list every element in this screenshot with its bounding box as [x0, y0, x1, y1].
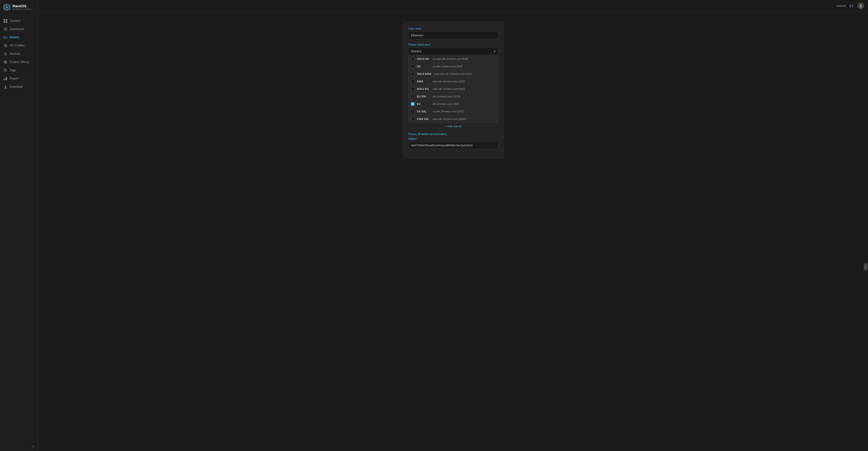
topbar-username: oneevil [836, 4, 845, 7]
grid-icon [3, 19, 7, 23]
chart-icon [3, 27, 7, 31]
pool-item-eu-ssl[interactable]: EU SSLeth.2miners.com:12020 [409, 93, 498, 100]
pool-checkbox-solo-us[interactable] [411, 57, 414, 61]
sidebar-item-download[interactable]: Download [0, 83, 38, 91]
pool-region-asia: ASIA [417, 80, 430, 83]
svg-point-11 [5, 62, 6, 63]
svg-rect-5 [4, 21, 5, 23]
sidebar-collapse-button[interactable] [0, 442, 38, 451]
sidebar-label-oc-profiles: OC Profiles [10, 44, 25, 47]
pool-item-us[interactable]: USus-eth.2miners.com:2020 [409, 63, 498, 70]
pool-checkbox-solo-eu[interactable] [411, 87, 414, 91]
app-tagline: By Miners. For Miners [12, 8, 31, 10]
pool-url-us: us-eth.2miners.com:2020 [433, 65, 463, 68]
sidebar-item-oc-profiles[interactable]: OC Profiles [0, 41, 38, 50]
pool-select-wrapper: 2miners ethermine f2pool nanopool ▼ [408, 48, 498, 55]
sidebar-item-tags[interactable]: Tags [0, 66, 38, 74]
svg-rect-13 [4, 79, 5, 80]
pool-checkbox-us[interactable] [411, 65, 414, 68]
pool-checkbox-asia-ssl[interactable] [411, 117, 414, 121]
pool-select[interactable]: 2miners ethermine f2pool nanopool [408, 48, 498, 55]
svg-rect-15 [6, 77, 7, 80]
pool-item-solo-us[interactable]: SOLO USus-solo-eth.2miners.com:6060 [409, 55, 498, 63]
sidebar-label-custom-mining: Custom Mining [10, 60, 29, 64]
sidebar-label-download: Download [10, 85, 23, 88]
pool-checkbox-eu[interactable] [411, 102, 414, 106]
pool-url-us-ssl: us-eth.2miners.com:12020 [433, 110, 464, 113]
sidebar-label-dashboard: Dashboard [10, 27, 24, 31]
coin-name-label: Coin name [408, 27, 498, 30]
tag-icon [3, 68, 7, 72]
main-content: Coin name Please select pool: 2miners et… [39, 11, 868, 451]
pool-item-solo-asia[interactable]: SOLO ASIAasia-solo-eth.2miners.com:6060 [409, 70, 498, 78]
pool-checkbox-us-ssl[interactable] [411, 110, 414, 113]
sidebar-label-wallets: Wallets [10, 36, 19, 39]
pool-region-eu-ssl: EU SSL [417, 95, 430, 98]
pool-url-solo-asia: asia-solo-eth.2miners.com:6060 [434, 72, 472, 75]
download-icon [3, 85, 7, 89]
wallet-input[interactable] [408, 142, 498, 149]
pool-url-asia-ssl: asia-eth.2miners.com:12020 [433, 118, 466, 120]
svg-rect-4 [6, 19, 7, 21]
sidebar-label-clusters: Clusters [10, 19, 20, 23]
pool-region-solo-us: SOLO US [417, 57, 430, 60]
pool-item-us-ssl[interactable]: US SSLus-eth.2miners.com:12020 [409, 108, 498, 115]
gear-icon [3, 60, 7, 64]
form-panel: Coin name Please select pool: 2miners et… [403, 21, 504, 159]
content-area: Coin name Please select pool: 2miners et… [39, 11, 868, 168]
pool-url-eu-ssl: eth.2miners.com:12020 [433, 95, 460, 98]
sidebar-item-wallets[interactable]: Wallets [0, 33, 38, 41]
bar-chart-icon [3, 77, 7, 81]
svg-point-12 [5, 69, 5, 70]
svg-rect-6 [6, 21, 7, 23]
topbar-balance: $ 0 [849, 4, 854, 7]
pool-region-eu: EU [417, 102, 430, 106]
svg-rect-3 [4, 19, 5, 21]
folder-icon [3, 35, 7, 39]
svg-line-10 [5, 46, 6, 46]
pool-checkbox-eu-ssl[interactable] [411, 95, 414, 98]
help-tab[interactable]: help [863, 263, 868, 271]
drop-icon [3, 52, 7, 56]
pool-region-asia-ssl: ASIA SSL [417, 118, 430, 120]
pool-item-asia-ssl[interactable]: ASIA SSLasia-eth.2miners.com:12020 [409, 115, 498, 123]
sidebar-label-workers: Workers [10, 52, 20, 56]
pool-checkbox-asia[interactable] [411, 80, 414, 83]
pool-url-solo-us: us-solo-eth.2miners.com:6060 [433, 57, 468, 60]
pool-url-solo-eu: solo-eth.2miners.com:6060 [433, 87, 465, 90]
logo-icon [3, 3, 11, 11]
wallet-label: Wallet*: [408, 137, 498, 140]
sidebar-item-custom-mining[interactable]: Custom Mining [0, 58, 38, 66]
pool-item-asia[interactable]: ASIAasia-eth.2miners.com:2020 [409, 78, 498, 85]
add-url-link[interactable]: + Add new url [408, 123, 498, 129]
app-name: RaveOS [12, 4, 31, 8]
topbar-balance-value: 0 [852, 4, 854, 7]
logo-text: RaveOS By Miners. For Miners [12, 4, 31, 10]
svg-rect-14 [5, 78, 6, 80]
pool-region-us-ssl: US SSL [417, 110, 430, 113]
pool-item-solo-eu[interactable]: SOLO EUsolo-eth.2miners.com:6060 [409, 85, 498, 93]
pool-region-solo-asia: SOLO ASIA [417, 72, 431, 75]
sidebar-label-report: Report [10, 77, 19, 80]
sidebar: RaveOS By Miners. For Miners Clusters Da… [0, 0, 39, 451]
pool-region-us: US [417, 65, 430, 68]
sidebar-label-tags: Tags [10, 68, 16, 72]
sidebar-item-dashboard[interactable]: Dashboard [0, 25, 38, 33]
pool-url-asia: asia-eth.2miners.com:2020 [433, 80, 465, 83]
additional-info-label: Please, fill additional information: [408, 132, 498, 136]
topbar: oneevil $ 0 [39, 0, 868, 11]
coin-name-input[interactable] [408, 31, 498, 39]
logo: RaveOS By Miners. For Miners [0, 0, 38, 15]
sidebar-item-report[interactable]: Report [0, 74, 38, 83]
sidebar-item-workers[interactable]: Workers [0, 50, 38, 58]
svg-point-18 [860, 4, 862, 6]
pool-checkbox-solo-asia[interactable] [411, 72, 414, 76]
pool-list: SOLO USus-solo-eth.2miners.com:6060USus-… [408, 55, 498, 123]
sidebar-item-clusters[interactable]: Clusters [0, 17, 38, 25]
avatar[interactable] [857, 2, 864, 9]
pool-item-eu[interactable]: EUeth.2miners.com:2020 [409, 100, 498, 108]
pool-region-solo-eu: SOLO EU [417, 87, 430, 90]
pool-url-eu: eth.2miners.com:2020 [433, 102, 459, 106]
sidebar-nav: Clusters Dashboard Wallets OC Profiles W… [0, 15, 38, 442]
clock-icon [3, 43, 7, 48]
